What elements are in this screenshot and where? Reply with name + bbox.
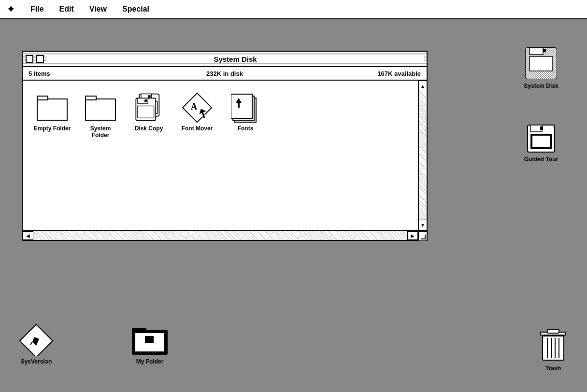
menubar: ✦ File Edit View Special xyxy=(0,0,587,19)
trash-desktop-svg xyxy=(539,328,568,363)
window-disk-usage: 232K in disk xyxy=(159,70,290,77)
svg-rect-0 xyxy=(37,99,67,120)
svg-rect-25 xyxy=(530,48,543,55)
disk-copy-label: Disk Copy xyxy=(135,125,163,132)
svg-rect-3 xyxy=(86,96,96,100)
fonts-icon-item[interactable]: Fonts xyxy=(224,88,267,142)
window-resize-handle[interactable] xyxy=(418,231,427,240)
empty-folder-icon-item[interactable]: Empty Folder xyxy=(30,88,74,142)
sysversion-desktop-label: SysVersion xyxy=(21,358,52,365)
window-zoom-box[interactable] xyxy=(36,55,44,63)
window-title: System Disk xyxy=(47,55,424,63)
svg-rect-27 xyxy=(530,56,553,71)
guided-tour-desktop-label: Guided Tour xyxy=(524,156,558,163)
empty-folder-label: Empty Folder xyxy=(34,125,71,132)
system-disk-window: System Disk 5 items 232K in disk 167K av… xyxy=(22,51,428,241)
svg-rect-26 xyxy=(543,49,546,52)
window-close-box[interactable] xyxy=(26,55,33,63)
scroll-track-vertical[interactable] xyxy=(419,91,427,220)
system-folder-icon-item[interactable]: System Folder xyxy=(79,88,122,142)
svg-rect-17 xyxy=(231,94,252,118)
window-items-count: 5 items xyxy=(29,70,159,77)
font-mover-icon-item[interactable]: A Font Mover xyxy=(175,88,219,142)
svg-rect-11 xyxy=(138,106,154,118)
fonts-icon xyxy=(230,92,261,123)
disk-copy-icon xyxy=(133,92,164,123)
window-content: Empty Folder System Folder xyxy=(23,81,418,230)
svg-rect-41 xyxy=(547,329,559,333)
scroll-right-arrow[interactable]: ▶ xyxy=(407,231,418,240)
my-folder-desktop-label: My Folder xyxy=(136,358,164,365)
scroll-track-horizontal[interactable] xyxy=(33,231,407,240)
empty-folder-icon xyxy=(37,92,68,123)
trash-desktop-icon[interactable]: Trash xyxy=(531,328,575,372)
window-info-bar: 5 items 232K in disk 167K available xyxy=(23,67,427,81)
trash-desktop-label: Trash xyxy=(545,365,561,372)
window-available: 167K available xyxy=(290,70,421,77)
scroll-up-arrow[interactable]: ▲ xyxy=(418,81,427,91)
svg-rect-30 xyxy=(540,126,543,130)
svg-rect-39 xyxy=(145,336,154,343)
system-disk-desktop-label: System Disk xyxy=(524,83,558,89)
svg-text:A: A xyxy=(191,101,198,112)
svg-rect-42 xyxy=(543,336,564,360)
svg-rect-1 xyxy=(37,96,48,100)
my-folder-desktop-svg xyxy=(131,323,168,356)
scrollbar-vertical[interactable]: ▲ ▼ xyxy=(418,81,427,230)
system-folder-icon xyxy=(85,92,116,123)
scroll-left-arrow[interactable]: ◀ xyxy=(23,231,33,240)
sysversion-desktop-icon[interactable]: SysVersion xyxy=(14,323,58,365)
sysversion-desktop-svg xyxy=(19,323,54,356)
view-menu-item[interactable]: View xyxy=(86,3,110,15)
svg-rect-10 xyxy=(144,99,147,102)
svg-rect-2 xyxy=(86,99,115,120)
font-mover-label: Font Mover xyxy=(182,125,213,132)
system-disk-desktop-icon[interactable]: System Disk xyxy=(519,46,563,89)
edit-menu-item[interactable]: Edit xyxy=(57,3,77,15)
my-folder-desktop-icon[interactable]: My Folder xyxy=(128,323,172,365)
system-disk-desktop-svg xyxy=(524,46,558,81)
svg-rect-32 xyxy=(532,136,550,147)
scroll-down-arrow[interactable]: ▼ xyxy=(418,220,427,230)
desktop: System Disk 5 items 232K in disk 167K av… xyxy=(0,19,587,392)
window-titlebar[interactable]: System Disk xyxy=(23,52,427,67)
scrollbar-horizontal[interactable]: ◀ ▶ xyxy=(23,231,418,240)
guided-tour-desktop-icon[interactable]: Guided Tour xyxy=(519,123,563,163)
apple-menu-item[interactable]: ✦ xyxy=(4,1,18,17)
svg-rect-6 xyxy=(148,95,150,98)
font-mover-icon: A xyxy=(182,92,213,123)
fonts-label: Fonts xyxy=(238,125,254,132)
window-content-wrapper: Empty Folder System Folder xyxy=(23,81,427,230)
disk-copy-icon-item[interactable]: Disk Copy xyxy=(127,88,171,142)
special-menu-item[interactable]: Special xyxy=(119,3,152,15)
file-menu-item[interactable]: File xyxy=(28,3,47,15)
svg-rect-37 xyxy=(132,328,146,333)
guided-tour-desktop-svg xyxy=(526,123,557,154)
scrollbar-horizontal-wrapper: ◀ ▶ xyxy=(23,230,427,240)
system-folder-label: System Folder xyxy=(81,125,120,139)
